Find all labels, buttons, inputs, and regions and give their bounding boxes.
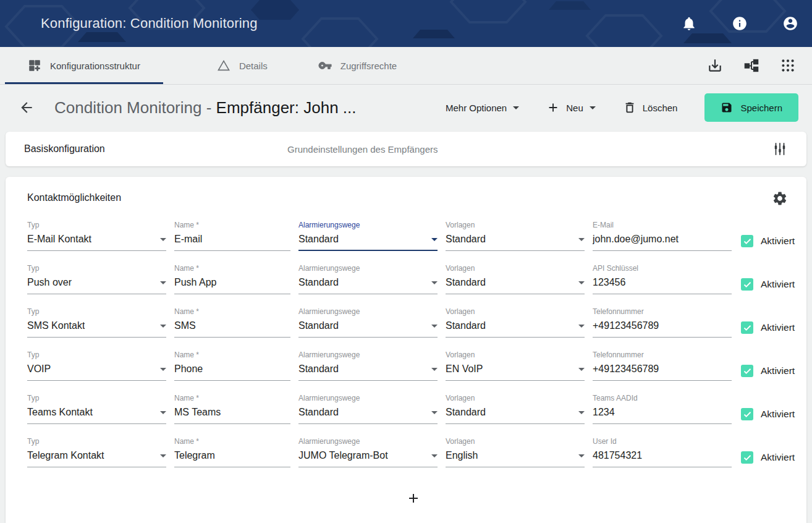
- dropdown-arrow-icon: [160, 411, 166, 414]
- tab-zugriffsrechte[interactable]: Zugriffsrechte: [295, 47, 420, 84]
- aktiviert-label: Aktiviert: [761, 365, 795, 376]
- name-field[interactable]: Name *: [174, 307, 290, 338]
- name-field[interactable]: Name *: [174, 264, 290, 294]
- extra-input[interactable]: [593, 450, 732, 461]
- vorlagen-value: Standard: [446, 234, 486, 245]
- vorlagen-select[interactable]: Vorlagen Standard: [446, 394, 585, 424]
- extra-field[interactable]: E-Mail: [593, 221, 732, 251]
- back-arrow-icon[interactable]: [19, 100, 35, 116]
- extra-input[interactable]: [593, 407, 732, 418]
- extra-input[interactable]: [593, 277, 732, 288]
- name-label: Name *: [174, 307, 290, 316]
- typ-select[interactable]: Typ E-Mail Kontakt: [27, 221, 166, 251]
- dashboard-customize-icon: [28, 59, 41, 72]
- add-row: [27, 480, 799, 519]
- aktiviert-checkbox[interactable]: [741, 451, 753, 464]
- typ-label: Typ: [27, 221, 166, 229]
- basis-configuration-card[interactable]: Basiskonfiguration Grundeinstellungen de…: [6, 132, 806, 166]
- typ-value: E-Mail Kontakt: [27, 234, 91, 245]
- name-input[interactable]: [174, 277, 290, 288]
- extra-field[interactable]: User Id: [593, 437, 732, 467]
- dropdown-arrow-icon: [431, 411, 438, 414]
- aktiviert-label: Aktiviert: [761, 409, 795, 420]
- contact-row: Typ Telegram Kontakt Name * Alarmierungs…: [27, 437, 799, 467]
- aktiviert-label: Aktiviert: [761, 452, 795, 463]
- typ-label: Typ: [27, 437, 166, 446]
- contact-rows: Typ E-Mail Kontakt Name * Alarmierungswe…: [27, 221, 799, 467]
- aktiviert-checkbox[interactable]: [741, 365, 753, 377]
- content-area: Basiskonfiguration Grundeinstellungen de…: [0, 130, 812, 523]
- name-input[interactable]: [174, 364, 290, 375]
- vorlagen-label: Vorlagen: [446, 307, 585, 316]
- aktiviert-cell: Aktiviert: [740, 451, 799, 464]
- delete-button[interactable]: Löschen: [623, 101, 678, 114]
- extra-label: E-Mail: [593, 221, 732, 229]
- notifications-bell-icon[interactable]: [681, 15, 697, 32]
- account-icon[interactable]: [782, 15, 798, 32]
- tab-bar: Konfigurationsstruktur Details Zugriffsr…: [0, 47, 812, 85]
- aktiviert-checkbox[interactable]: [741, 278, 753, 291]
- name-field[interactable]: Name *: [174, 394, 290, 424]
- typ-select[interactable]: Typ SMS Kontakt: [27, 307, 166, 338]
- add-contact-button[interactable]: [404, 489, 423, 508]
- aktiviert-checkbox[interactable]: [741, 321, 753, 334]
- tune-sliders-icon[interactable]: [772, 141, 788, 157]
- vorlagen-select[interactable]: Vorlagen Standard: [446, 307, 585, 338]
- hierarchy-icon[interactable]: [743, 57, 759, 74]
- apps-grid-icon[interactable]: [780, 57, 796, 74]
- vorlagen-select[interactable]: Vorlagen English: [446, 437, 585, 467]
- extra-input[interactable]: [593, 364, 732, 375]
- checkmark-icon: [743, 323, 752, 333]
- extra-field[interactable]: API Schlüssel: [593, 264, 732, 294]
- contact-row: Typ SMS Kontakt Name * Alarmierungswege …: [27, 307, 799, 338]
- dropdown-arrow-icon: [160, 368, 166, 371]
- download-icon[interactable]: [707, 57, 723, 74]
- tab-label: Details: [239, 61, 268, 71]
- typ-value: VOIP: [27, 364, 51, 375]
- typ-select[interactable]: Typ Teams Kontakt: [27, 394, 166, 424]
- tab-details[interactable]: Details: [194, 47, 290, 84]
- alarmierungswege-select[interactable]: Alarmierungswege Standard: [298, 307, 438, 338]
- info-icon[interactable]: [732, 15, 748, 32]
- name-field[interactable]: Name *: [174, 221, 290, 251]
- alarmierungswege-select[interactable]: Alarmierungswege Standard: [298, 351, 438, 381]
- checkmark-icon: [743, 367, 752, 376]
- more-options-button[interactable]: Mehr Optionen: [446, 103, 519, 113]
- key-icon: [318, 59, 332, 72]
- typ-select[interactable]: Typ VOIP: [27, 351, 166, 381]
- vorlagen-label: Vorlagen: [446, 437, 585, 446]
- name-field[interactable]: Name *: [174, 437, 290, 467]
- aktiviert-checkbox[interactable]: [741, 408, 753, 420]
- gear-icon[interactable]: [772, 190, 788, 206]
- extra-field[interactable]: Teams AADId: [593, 394, 732, 424]
- aktiviert-checkbox[interactable]: [741, 235, 753, 247]
- trash-icon: [623, 101, 636, 114]
- vorlagen-select[interactable]: Vorlagen Standard: [446, 221, 585, 251]
- name-input[interactable]: [174, 407, 290, 418]
- vorlagen-select[interactable]: Vorlagen Standard: [446, 264, 585, 294]
- name-input[interactable]: [174, 320, 290, 331]
- alarmierungswege-select[interactable]: Alarmierungswege JUMO Telegram-Bot: [298, 437, 438, 467]
- extra-input[interactable]: [593, 320, 732, 331]
- page-title-emphasis: Empfänger: John ...: [216, 98, 357, 117]
- typ-label: Typ: [27, 394, 166, 402]
- name-field[interactable]: Name *: [174, 351, 290, 381]
- alarmierungswege-label: Alarmierungswege: [298, 221, 438, 229]
- alarmierungswege-select[interactable]: Alarmierungswege Standard: [298, 394, 438, 424]
- vorlagen-select[interactable]: Vorlagen EN VoIP: [446, 351, 585, 381]
- warning-triangle-icon: [217, 59, 230, 72]
- new-button[interactable]: Neu: [546, 101, 596, 114]
- name-input[interactable]: [174, 450, 290, 461]
- extra-input[interactable]: [593, 234, 732, 245]
- save-button[interactable]: Speichern: [704, 93, 798, 122]
- typ-select[interactable]: Typ Push over: [27, 264, 166, 294]
- aktiviert-cell: Aktiviert: [740, 278, 799, 291]
- extra-field[interactable]: Telefonnummer: [593, 307, 732, 338]
- alarmierungswege-select[interactable]: Alarmierungswege Standard: [298, 264, 438, 294]
- extra-field[interactable]: Telefonnummer: [593, 351, 732, 381]
- alarmierungswege-select[interactable]: Alarmierungswege Standard: [298, 221, 438, 251]
- name-label: Name *: [174, 351, 290, 359]
- name-input[interactable]: [174, 234, 290, 245]
- tab-konfigurationsstruktur[interactable]: Konfigurationsstruktur: [5, 47, 163, 84]
- typ-select[interactable]: Typ Telegram Kontakt: [27, 437, 166, 467]
